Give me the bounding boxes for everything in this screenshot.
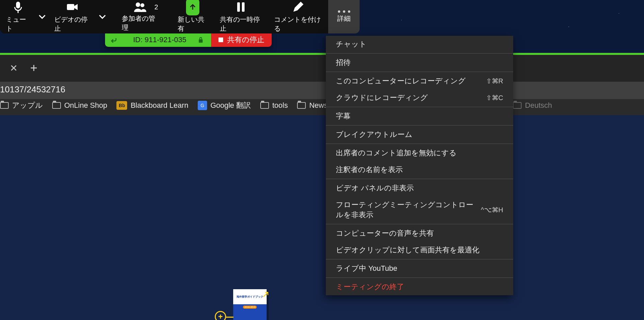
bookmark-label: tools <box>272 101 288 110</box>
menu-record-local[interactable]: このコンピューターにレコーディング ⇧⌘R <box>326 73 513 89</box>
new-share-label: 新しい共有 <box>178 15 208 33</box>
menu-item-label: 注釈者の名前を表示 <box>336 165 403 175</box>
menu-divider <box>326 277 513 278</box>
manage-participants-button[interactable]: 2 参加者の管理 <box>108 0 171 33</box>
lock-icon <box>198 36 204 43</box>
connector-line <box>226 317 234 318</box>
participants-count-badge: 2 <box>155 3 158 11</box>
bookmark-label: Blackboard Learn <box>130 101 188 110</box>
menu-show-annotator-names[interactable]: 注釈者の名前を表示 <box>326 161 513 178</box>
doc-card-year: 2018-2019 <box>243 306 257 309</box>
bookmark-news[interactable]: News <box>297 101 328 110</box>
address-bar-fragment[interactable]: 10137/24532716 <box>0 84 65 95</box>
menu-record-cloud[interactable]: クラウドにレコーディング ⇧⌘C <box>326 89 513 106</box>
camera-icon <box>66 0 79 14</box>
stop-video-label: ビデオの停止 <box>54 15 90 33</box>
menu-live-youtube[interactable]: ライブ中 YouTube <box>326 260 513 277</box>
menu-item-label: フローティングミーティングコントロールを非表示 <box>336 200 481 220</box>
menu-divider <box>326 144 513 144</box>
menu-item-label: クラウドにレコーディング <box>336 93 428 103</box>
more-dots-icon <box>338 10 350 13</box>
new-share-button[interactable]: 新しい共有 <box>172 0 214 33</box>
microphone-icon <box>11 0 25 14</box>
menu-item-label: ビデオ パネルの非表示 <box>336 183 414 193</box>
svg-rect-2 <box>67 4 74 10</box>
doc-card-title: 海外留学ガイドブック <box>237 295 263 299</box>
menu-share-computer-audio[interactable]: コンピューターの音声を共有 <box>326 225 513 242</box>
new-tab-button[interactable] <box>29 63 39 73</box>
menu-divider <box>326 107 513 107</box>
bookmark-deutsch[interactable]: Deutsch <box>513 101 552 110</box>
menu-item-label: 招待 <box>336 58 351 68</box>
content-canvas[interactable]: 海外留学ガイドブック 2018-2019 + ICTを活用した 能動的学習につい… <box>0 115 644 320</box>
menu-divider <box>326 125 513 126</box>
menu-item-shortcut: ⇧⌘R <box>486 77 503 85</box>
video-options-caret[interactable] <box>96 0 108 33</box>
more-label: 詳細 <box>337 14 351 23</box>
menu-item-label: コンピューターの音声を共有 <box>336 228 434 238</box>
tab-close-button[interactable] <box>9 63 19 73</box>
doc-card-header: 海外留学ガイドブック <box>233 289 267 304</box>
meeting-id-badge[interactable]: ID: 911-921-035 <box>105 33 211 47</box>
menu-item-label: 出席者のコメント追加を無効にする <box>336 148 457 158</box>
meeting-id-text: ID: 911-921-035 <box>133 35 186 44</box>
menu-item-label: このコンピューターにレコーディング <box>336 76 466 86</box>
zoom-in-node[interactable]: + <box>215 311 226 320</box>
menu-divider <box>326 53 513 54</box>
mute-options-caret[interactable] <box>36 0 48 33</box>
menu-optimize-video-clip[interactable]: ビデオクリップに対して画面共有を最適化 <box>326 242 513 258</box>
svg-point-5 <box>140 3 144 7</box>
stop-video-button[interactable]: ビデオの停止 <box>48 0 96 33</box>
menu-item-label: ブレイクアウトルーム <box>336 130 412 140</box>
menu-hide-floating-controls[interactable]: フローティングミーティングコントロールを非表示 ^⌥⌘H <box>326 196 513 223</box>
stop-share-label: 共有の停止 <box>227 35 264 45</box>
bookmark-label: News <box>309 101 328 110</box>
bookmark-tools[interactable]: tools <box>260 101 288 110</box>
bookmark-blackboard[interactable]: BbBlackboard Learn <box>116 101 188 110</box>
menu-item-shortcut: ⇧⌘C <box>486 94 503 102</box>
menu-disable-attendee-annot[interactable]: 出席者のコメント追加を無効にする <box>326 145 513 161</box>
launch-arrow-icon <box>262 291 269 298</box>
bookmark-onlineshop[interactable]: OnLine Shop <box>52 101 107 110</box>
mute-button[interactable]: ミュート <box>0 0 36 33</box>
more-button[interactable]: 詳細 <box>328 0 360 33</box>
menu-divider <box>326 179 513 179</box>
pause-share-label: 共有の一時停止 <box>220 15 262 33</box>
pause-share-button[interactable]: 共有の一時停止 <box>214 0 268 33</box>
translate-icon: G <box>198 101 207 110</box>
bookmark-apple[interactable]: アップル <box>0 100 43 110</box>
svg-line-13 <box>263 292 268 297</box>
zoom-toolbar: ミュート ビデオの停止 2 参加者の管理 新しい共有 共有の一時停止 <box>0 0 360 33</box>
menu-item-label: 字幕 <box>336 111 351 121</box>
menu-breakout[interactable]: ブレイクアウトルーム <box>326 126 513 143</box>
annotate-label: コメントを付ける <box>274 15 322 33</box>
menu-caption[interactable]: 字幕 <box>326 108 513 125</box>
bb-icon: Bb <box>116 101 127 110</box>
menu-invite[interactable]: 招待 <box>326 54 513 71</box>
bookmark-label: OnLine Shop <box>64 101 107 110</box>
more-menu: チャット 招待 このコンピューターにレコーディング ⇧⌘R クラウドにレコーディ… <box>326 36 513 295</box>
svg-point-4 <box>135 3 140 7</box>
menu-hide-video-panel[interactable]: ビデオ パネルの非表示 <box>326 180 513 196</box>
svg-rect-7 <box>242 2 245 12</box>
folder-icon <box>513 102 522 109</box>
folder-icon <box>0 102 9 109</box>
participants-icon <box>133 1 147 12</box>
menu-chat[interactable]: チャット <box>326 36 513 53</box>
bookmark-google-translate[interactable]: GGoogle 翻訳 <box>198 100 251 110</box>
mute-label: ミュート <box>6 15 30 33</box>
return-arrow-icon <box>110 36 117 43</box>
menu-item-label: チャット <box>336 39 367 49</box>
browser-tab-strip <box>0 55 644 82</box>
stop-icon <box>218 37 223 42</box>
doc-card-guidebook[interactable]: 海外留学ガイドブック 2018-2019 <box>233 289 267 320</box>
folder-icon <box>260 102 269 109</box>
annotate-button[interactable]: コメントを付ける <box>268 0 328 33</box>
svg-rect-6 <box>237 2 240 12</box>
menu-end-meeting[interactable]: ミーティングの終了 <box>326 278 513 295</box>
share-control-bar: ID: 911-921-035 共有の停止 <box>105 33 272 47</box>
bookmark-label: Deutsch <box>525 101 552 110</box>
menu-divider <box>326 224 513 224</box>
stop-share-button[interactable]: 共有の停止 <box>211 33 272 47</box>
svg-rect-8 <box>199 39 202 43</box>
